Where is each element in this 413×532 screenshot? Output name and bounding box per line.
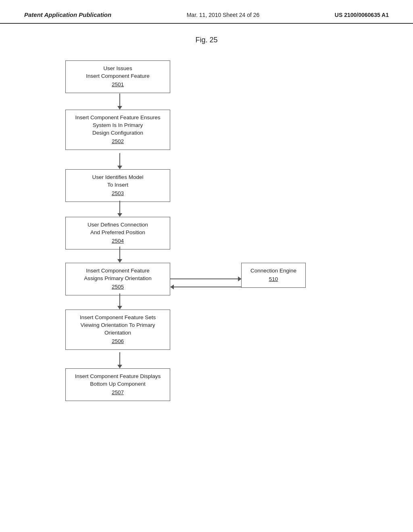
box-510-number: 510 — [247, 276, 300, 283]
box-2505-number: 2505 — [71, 283, 164, 291]
box-2502: Insert Component Feature Ensures System … — [65, 110, 170, 150]
arrow-2503-2504 — [117, 201, 122, 217]
box-2502-line3: Design Configuration — [92, 130, 143, 136]
box-510-line1: Connection Engine — [250, 268, 296, 274]
arrow-2504-2505 — [117, 247, 122, 263]
box-2503-line1: User Identifies Model — [92, 174, 144, 180]
box-2501-line1: User Issues — [103, 65, 132, 71]
box-2506-line1: Insert Component Feature Sets — [80, 314, 156, 320]
box-2507-line2: Bottom Up Component — [90, 381, 145, 387]
box-510: Connection Engine 510 — [241, 263, 306, 288]
box-2507-line1: Insert Component Feature Displays — [75, 373, 161, 379]
header-left: Patent Application Publication — [24, 11, 111, 18]
arrow-2505-to-510 — [170, 276, 242, 281]
box-2504-number: 2504 — [71, 237, 164, 245]
box-2502-line2: System Is In Primary — [93, 122, 143, 128]
box-2501-line2: Insert Component Feature — [86, 73, 150, 79]
box-2505-line1: Insert Component Feature — [86, 268, 150, 274]
arrow-2505-2506 — [117, 293, 122, 310]
figure-title: Fig. 25 — [0, 36, 413, 44]
header-center: Mar. 11, 2010 Sheet 24 of 26 — [187, 12, 260, 18]
box-2503-number: 2503 — [71, 190, 164, 197]
header-right: US 2100/0060635 A1 — [335, 12, 389, 18]
box-2506: Insert Component Feature Sets Viewing Or… — [65, 310, 170, 350]
box-2501-number: 2501 — [71, 81, 164, 89]
header: Patent Application Publication Mar. 11, … — [0, 0, 413, 24]
arrow-2506-2507 — [117, 352, 122, 368]
box-2501: User Issues Insert Component Feature 250… — [65, 60, 170, 93]
box-2506-line3: Orientation — [104, 330, 131, 336]
box-2503: User Identifies Model To Insert 2503 — [65, 169, 170, 202]
arrow-2502-2503 — [117, 153, 122, 169]
box-2504-line2: And Preferred Position — [90, 229, 145, 235]
page: Patent Application Publication Mar. 11, … — [0, 0, 413, 532]
box-2506-line2: Viewing Orientation To Primary — [81, 322, 155, 328]
box-2504: User Defines Connection And Preferred Po… — [65, 217, 170, 249]
arrow-2501-2502 — [117, 94, 122, 110]
flowchart: User Issues Insert Component Feature 250… — [33, 60, 380, 504]
arrow-510-to-2505 — [170, 285, 242, 289]
box-2507-number: 2507 — [71, 389, 164, 397]
box-2505-line2: Assigns Primary Orientation — [84, 275, 151, 281]
box-2507: Insert Component Feature Displays Bottom… — [65, 368, 170, 401]
box-2506-number: 2506 — [71, 338, 164, 345]
box-2502-line1: Insert Component Feature Ensures — [75, 114, 161, 121]
box-2503-line2: To Insert — [107, 182, 128, 188]
box-2502-number: 2502 — [71, 138, 164, 145]
box-2504-line1: User Defines Connection — [88, 222, 148, 228]
box-2505: Insert Component Feature Assigns Primary… — [65, 263, 170, 295]
